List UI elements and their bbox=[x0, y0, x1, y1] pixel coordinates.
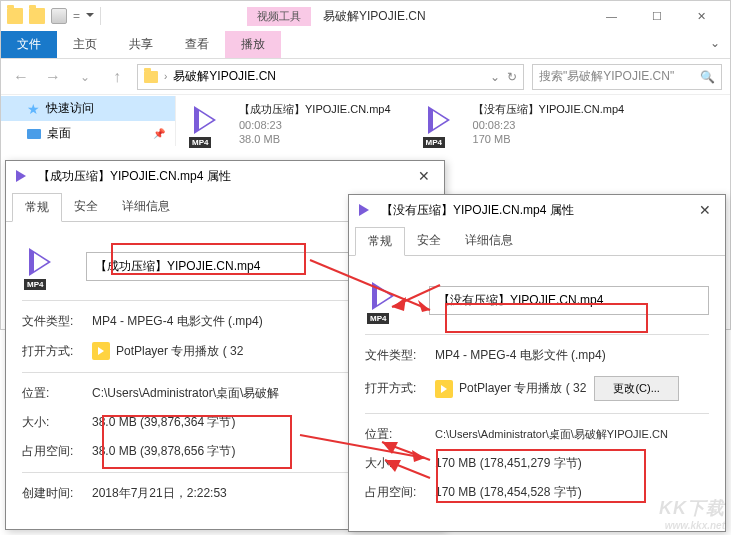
created-value: 2018年7月21日，2:22:53 bbox=[92, 485, 227, 502]
search-icon: 🔍 bbox=[700, 70, 715, 84]
quick-access-toolbar: = bbox=[7, 8, 94, 24]
file-item[interactable]: MP4 【成功压缩】YIPOJIE.CN.mp4 00:08:23 38.0 M… bbox=[187, 102, 391, 146]
ribbon-expand-icon[interactable]: ⌄ bbox=[700, 31, 730, 58]
titlebar: = 视频工具 易破解YIPOJIE.CN — ☐ ✕ bbox=[1, 1, 730, 31]
file-type-value: MP4 - MPEG-4 电影文件 (.mp4) bbox=[435, 347, 606, 364]
dialog-title: 【没有压缩】YIPOJIE.CN.mp4 属性 bbox=[381, 202, 574, 219]
address-bar[interactable]: › 易破解YIPOJIE.CN ⌄ ↻ bbox=[137, 64, 524, 90]
minimize-button[interactable]: — bbox=[589, 1, 634, 31]
video-file-icon: MP4 bbox=[365, 278, 409, 322]
tab-view[interactable]: 查看 bbox=[169, 31, 225, 58]
location-value: C:\Users\Administrator\桌面\易破解 bbox=[92, 385, 279, 402]
video-thumbnail: MP4 bbox=[187, 102, 231, 146]
dialog-titlebar: 【没有压缩】YIPOJIE.CN.mp4 属性 ✕ bbox=[349, 195, 725, 225]
tab-general[interactable]: 常规 bbox=[12, 193, 62, 222]
play-icon bbox=[194, 106, 216, 134]
window-title: 易破解YIPOJIE.CN bbox=[323, 8, 426, 25]
tree-desktop[interactable]: 桌面 📌 bbox=[1, 121, 175, 146]
dialog-titlebar: 【成功压缩】YIPOJIE.CN.mp4 属性 ✕ bbox=[6, 161, 444, 191]
video-file-icon bbox=[14, 168, 30, 184]
star-icon: ★ bbox=[27, 101, 40, 117]
ribbon-tabs: 文件 主页 共享 查看 播放 ⌄ bbox=[1, 31, 730, 59]
disk-size-value: 38.0 MB (39,878,656 字节) bbox=[92, 443, 235, 460]
nav-forward-icon[interactable]: → bbox=[41, 65, 65, 89]
filename-input[interactable]: 【没有压缩】YIPOJIE.CN.mp4 bbox=[429, 286, 709, 315]
watermark: KK下载 www.kkx.net bbox=[659, 496, 725, 531]
tab-play[interactable]: 播放 bbox=[225, 31, 281, 58]
close-button[interactable]: ✕ bbox=[679, 1, 724, 31]
close-icon[interactable]: ✕ bbox=[412, 168, 436, 184]
mp4-badge: MP4 bbox=[423, 137, 445, 148]
tab-details[interactable]: 详细信息 bbox=[110, 193, 182, 221]
file-size: 38.0 MB bbox=[239, 133, 391, 145]
disk-icon[interactable] bbox=[51, 8, 67, 24]
breadcrumb[interactable]: 易破解YIPOJIE.CN bbox=[173, 68, 276, 85]
play-icon bbox=[428, 106, 450, 134]
file-type-value: MP4 - MPEG-4 电影文件 (.mp4) bbox=[92, 313, 263, 330]
file-duration: 00:08:23 bbox=[239, 119, 391, 131]
nav-back-icon[interactable]: ← bbox=[9, 65, 33, 89]
size-value: 170 MB (178,451,279 字节) bbox=[435, 455, 582, 472]
size-value: 38.0 MB (39,876,364 字节) bbox=[92, 414, 235, 431]
potplayer-icon bbox=[435, 380, 453, 398]
close-icon[interactable]: ✕ bbox=[693, 202, 717, 218]
pin-icon: 📌 bbox=[153, 128, 165, 139]
open-with-value: PotPlayer 专用播放 ( 32 bbox=[116, 343, 243, 360]
file-list: MP4 【成功压缩】YIPOJIE.CN.mp4 00:08:23 38.0 M… bbox=[181, 96, 726, 152]
dialog-tabs: 常规 安全 详细信息 bbox=[349, 227, 725, 256]
tab-security[interactable]: 安全 bbox=[405, 227, 453, 255]
chevron-right-icon[interactable]: › bbox=[164, 71, 167, 82]
video-file-icon bbox=[357, 202, 373, 218]
file-duration: 00:08:23 bbox=[473, 119, 625, 131]
potplayer-icon bbox=[92, 342, 110, 360]
tab-file[interactable]: 文件 bbox=[1, 31, 57, 58]
file-item[interactable]: MP4 【没有压缩】YIPOJIE.CN.mp4 00:08:23 170 MB bbox=[421, 102, 625, 146]
tab-details[interactable]: 详细信息 bbox=[453, 227, 525, 255]
search-input[interactable]: 搜索"易破解YIPOJIE.CN" 🔍 bbox=[532, 64, 722, 90]
folder-icon[interactable] bbox=[7, 8, 23, 24]
tab-home[interactable]: 主页 bbox=[57, 31, 113, 58]
folder-icon bbox=[144, 71, 158, 83]
file-name: 【没有压缩】YIPOJIE.CN.mp4 bbox=[473, 102, 625, 117]
location-value: C:\Users\Administrator\桌面\易破解YIPOJIE.CN bbox=[435, 427, 668, 442]
disk-size-value: 170 MB (178,454,528 字节) bbox=[435, 484, 582, 501]
nav-up-icon[interactable]: ↑ bbox=[105, 65, 129, 89]
desktop-icon bbox=[27, 129, 41, 139]
video-thumbnail: MP4 bbox=[421, 102, 465, 146]
nav-recent-icon[interactable]: ⌄ bbox=[73, 65, 97, 89]
contextual-tab-badge: 视频工具 bbox=[247, 7, 311, 26]
navigation-bar: ← → ⌄ ↑ › 易破解YIPOJIE.CN ⌄ ↻ 搜索"易破解YIPOJI… bbox=[1, 59, 730, 95]
tab-share[interactable]: 共享 bbox=[113, 31, 169, 58]
properties-dialog-uncompressed: 【没有压缩】YIPOJIE.CN.mp4 属性 ✕ 常规 安全 详细信息 MP4… bbox=[348, 194, 726, 532]
video-file-icon: MP4 bbox=[22, 244, 66, 288]
tab-security[interactable]: 安全 bbox=[62, 193, 110, 221]
navigation-pane: ★ 快速访问 桌面 📌 bbox=[1, 96, 176, 146]
file-name: 【成功压缩】YIPOJIE.CN.mp4 bbox=[239, 102, 391, 117]
change-button[interactable]: 更改(C)... bbox=[594, 376, 678, 401]
chevron-down-icon[interactable] bbox=[86, 13, 94, 21]
maximize-button[interactable]: ☐ bbox=[634, 1, 679, 31]
tab-general[interactable]: 常规 bbox=[355, 227, 405, 256]
dialog-title: 【成功压缩】YIPOJIE.CN.mp4 属性 bbox=[38, 168, 231, 185]
file-size: 170 MB bbox=[473, 133, 625, 145]
tree-quick-access[interactable]: ★ 快速访问 bbox=[1, 96, 175, 121]
open-with-value: PotPlayer 专用播放 ( 32 bbox=[459, 380, 586, 397]
mp4-badge: MP4 bbox=[189, 137, 211, 148]
folder-icon[interactable] bbox=[29, 8, 45, 24]
